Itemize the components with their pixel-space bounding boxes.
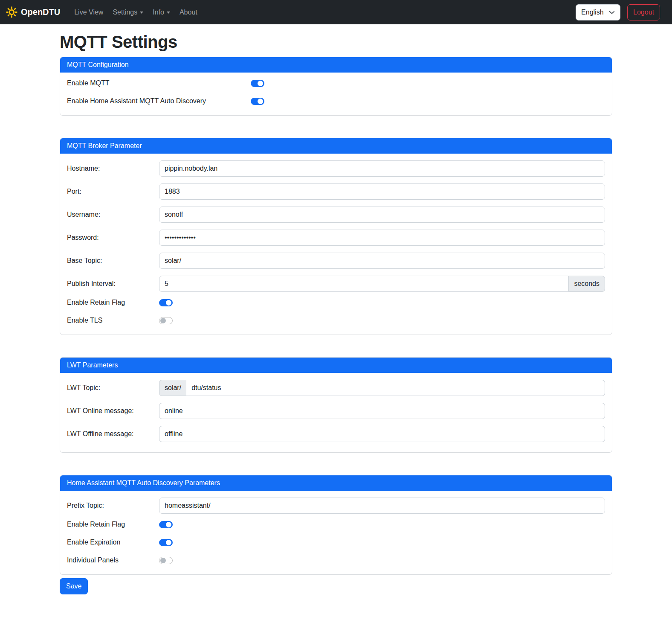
prefix-topic-label: Prefix Topic: [67, 502, 159, 509]
nav-item-settings[interactable]: Settings [108, 5, 148, 20]
port-input[interactable] [159, 183, 605, 200]
logout-button[interactable]: Logout [627, 4, 660, 20]
hass-discovery-header: Home Assistant MQTT Auto Discovery Param… [60, 475, 612, 491]
top-navbar: OpenDTU Live View Settings Info About En… [0, 0, 672, 24]
lwt-online-input[interactable] [159, 403, 605, 419]
sun-icon [6, 6, 17, 18]
username-label: Username: [67, 211, 159, 218]
nav-item-about-label: About [180, 9, 197, 16]
toggle-knob [258, 99, 263, 104]
nav-item-live-view-label: Live View [74, 9, 103, 16]
mqtt-configuration-card: MQTT Configuration Enable MQTT Enable Ho… [60, 57, 612, 116]
prefix-topic-input[interactable] [159, 498, 605, 514]
username-input[interactable] [159, 207, 605, 223]
lwt-topic-label: LWT Topic: [67, 384, 159, 392]
chevron-down-icon [167, 12, 170, 14]
mqtt-broker-body: Hostname: Port: Username: Password: [60, 154, 612, 335]
broker-retain-toggle[interactable] [159, 299, 173, 306]
enable-mqtt-label: Enable MQTT [67, 79, 251, 87]
lwt-parameters-body: LWT Topic: solar/ LWT Online message: LW… [60, 373, 612, 452]
hass-retain-label: Enable Retain Flag [67, 521, 159, 528]
base-topic-input[interactable] [159, 253, 605, 269]
toggle-knob [258, 81, 263, 86]
enable-tls-label: Enable TLS [67, 317, 159, 324]
enable-hass-discovery-toggle[interactable] [251, 98, 264, 105]
chevron-down-icon [609, 9, 615, 15]
hass-retain-toggle[interactable] [159, 521, 173, 528]
enable-expiration-label: Enable Expiration [67, 539, 159, 546]
enable-expiration-toggle[interactable] [159, 539, 173, 546]
navbar-right: English Logout [576, 4, 660, 20]
port-label: Port: [67, 188, 159, 195]
toggle-knob [166, 522, 171, 527]
hass-discovery-card: Home Assistant MQTT Auto Discovery Param… [60, 475, 612, 575]
toggle-knob [160, 318, 166, 323]
nav-item-live-view[interactable]: Live View [70, 5, 108, 20]
nav-links: Live View Settings Info About [70, 5, 202, 20]
toggle-knob [160, 558, 166, 563]
lwt-online-label: LWT Online message: [67, 407, 159, 415]
nav-item-about[interactable]: About [175, 5, 202, 20]
publish-interval-label: Publish Interval: [67, 280, 159, 288]
nav-item-info-label: Info [153, 9, 164, 16]
toggle-knob [166, 540, 171, 545]
chevron-down-icon [140, 12, 143, 14]
mqtt-configuration-body: Enable MQTT Enable Home Assistant MQTT A… [60, 73, 612, 115]
save-button[interactable]: Save [60, 578, 88, 594]
broker-retain-label: Enable Retain Flag [67, 299, 159, 306]
brand-label: OpenDTU [21, 7, 60, 17]
seconds-addon: seconds [569, 276, 605, 292]
enable-tls-toggle[interactable] [159, 317, 173, 324]
lwt-offline-label: LWT Offline message: [67, 430, 159, 438]
language-select[interactable]: English [576, 4, 620, 20]
password-label: Password: [67, 234, 159, 242]
mqtt-configuration-header: MQTT Configuration [60, 57, 612, 73]
base-topic-label: Base Topic: [67, 257, 159, 265]
lwt-parameters-card: LWT Parameters LWT Topic: solar/ LWT Onl… [60, 357, 612, 453]
lwt-topic-prefix-addon: solar/ [159, 380, 186, 396]
page-title: MQTT Settings [60, 32, 612, 52]
toggle-knob [166, 300, 171, 306]
mqtt-broker-header: MQTT Broker Parameter [60, 138, 612, 154]
publish-interval-input[interactable] [159, 276, 569, 292]
hass-discovery-body: Prefix Topic: Enable Retain Flag Enable … [60, 491, 612, 574]
lwt-parameters-header: LWT Parameters [60, 358, 612, 373]
brand-link[interactable]: OpenDTU [6, 6, 60, 18]
lwt-topic-input[interactable] [186, 380, 605, 396]
enable-hass-discovery-label: Enable Home Assistant MQTT Auto Discover… [67, 97, 251, 105]
nav-item-info[interactable]: Info [148, 5, 175, 20]
nav-item-settings-label: Settings [113, 9, 137, 16]
hostname-label: Hostname: [67, 165, 159, 172]
enable-mqtt-toggle[interactable] [251, 80, 264, 87]
individual-panels-label: Individual Panels [67, 556, 159, 564]
hostname-input[interactable] [159, 160, 605, 177]
password-input[interactable] [159, 230, 605, 246]
mqtt-broker-card: MQTT Broker Parameter Hostname: Port: Us… [60, 138, 612, 335]
individual-panels-toggle[interactable] [159, 557, 173, 564]
language-select-value: English [581, 9, 603, 16]
lwt-offline-input[interactable] [159, 426, 605, 442]
